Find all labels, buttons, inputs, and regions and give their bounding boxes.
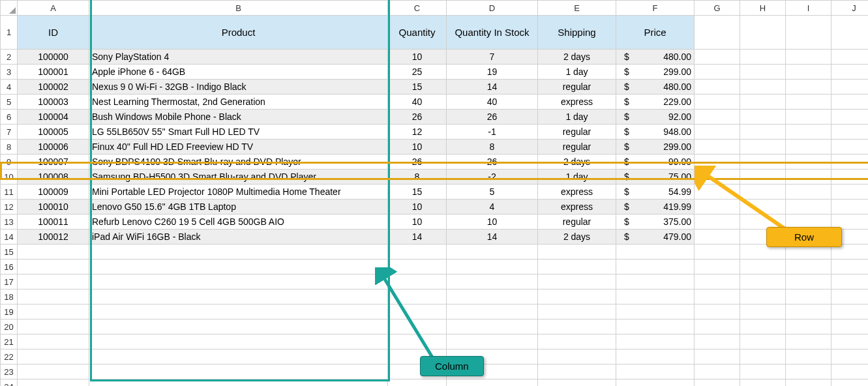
empty-cell[interactable]: [616, 379, 695, 387]
cell-price[interactable]: $419.99: [616, 200, 695, 215]
cell-shipping[interactable]: 2 days: [538, 155, 616, 170]
row-header[interactable]: 19: [1, 304, 18, 319]
empty-cell[interactable]: [695, 245, 740, 260]
empty-cell[interactable]: [695, 140, 740, 155]
col-header-C[interactable]: C: [388, 1, 447, 16]
empty-cell[interactable]: [740, 185, 786, 200]
cell-stock[interactable]: 5: [447, 185, 538, 200]
empty-cell[interactable]: [18, 304, 89, 319]
empty-cell[interactable]: [831, 364, 869, 379]
empty-cell[interactable]: [831, 275, 869, 290]
empty-cell[interactable]: [740, 65, 786, 80]
cell-product[interactable]: iPad Air WiFi 16GB - Black: [89, 230, 388, 245]
row-header[interactable]: 22: [1, 349, 18, 364]
cell-stock[interactable]: 4: [447, 200, 538, 215]
empty-cell[interactable]: [740, 319, 786, 334]
empty-cell[interactable]: [538, 349, 616, 364]
data-header-cell[interactable]: ID: [18, 16, 89, 50]
empty-cell[interactable]: [786, 349, 831, 364]
empty-cell[interactable]: [89, 319, 388, 334]
row-header[interactable]: 2: [1, 50, 18, 65]
empty-cell[interactable]: [89, 304, 388, 319]
empty-cell[interactable]: [447, 275, 538, 290]
cell-stock[interactable]: -1: [447, 125, 538, 140]
empty-cell[interactable]: [695, 95, 740, 110]
cell-product[interactable]: Finux 40'' Full HD LED Freeview HD TV: [89, 140, 388, 155]
col-header-B[interactable]: B: [89, 1, 388, 16]
cell-product[interactable]: Mini Portable LED Projector 1080P Multim…: [89, 185, 388, 200]
empty-cell[interactable]: [538, 290, 616, 304]
empty-cell[interactable]: [831, 185, 869, 200]
empty-cell[interactable]: [447, 304, 538, 319]
empty-cell[interactable]: [695, 155, 740, 170]
empty-cell[interactable]: [740, 50, 786, 65]
cell-stock[interactable]: 7: [447, 50, 538, 65]
row-header[interactable]: 10: [1, 170, 18, 185]
empty-cell[interactable]: [89, 364, 388, 379]
empty-cell[interactable]: [18, 349, 89, 364]
cell-quantity[interactable]: 26: [388, 110, 447, 125]
cell-quantity[interactable]: 15: [388, 80, 447, 95]
empty-cell[interactable]: [538, 275, 616, 290]
cell-shipping[interactable]: express: [538, 95, 616, 110]
cell-stock[interactable]: 26: [447, 155, 538, 170]
row-header[interactable]: 12: [1, 200, 18, 215]
empty-cell[interactable]: [538, 364, 616, 379]
select-all-corner[interactable]: [1, 1, 18, 16]
empty-cell[interactable]: [786, 290, 831, 304]
empty-cell[interactable]: [616, 319, 695, 334]
empty-cell[interactable]: [740, 275, 786, 290]
cell-shipping[interactable]: 1 day: [538, 170, 616, 185]
cell-stock[interactable]: 8: [447, 140, 538, 155]
row-header[interactable]: 20: [1, 319, 18, 334]
cell-id[interactable]: 100011: [18, 215, 89, 230]
cell-shipping[interactable]: 2 days: [538, 50, 616, 65]
empty-cell[interactable]: [831, 379, 869, 387]
cell-product[interactable]: Samsung BD-H5500 3D Smart Blu-ray and DV…: [89, 170, 388, 185]
row-header[interactable]: 9: [1, 155, 18, 170]
empty-cell[interactable]: [786, 304, 831, 319]
row-header[interactable]: 6: [1, 110, 18, 125]
empty-cell[interactable]: [616, 260, 695, 275]
row-header[interactable]: 18: [1, 290, 18, 304]
empty-cell[interactable]: [831, 260, 869, 275]
col-header-I[interactable]: I: [786, 1, 831, 16]
col-header-F[interactable]: F: [616, 1, 695, 16]
cell-price[interactable]: $99.00: [616, 155, 695, 170]
cell-price[interactable]: $92.00: [616, 110, 695, 125]
cell-shipping[interactable]: 2 days: [538, 230, 616, 245]
empty-cell[interactable]: [18, 379, 89, 387]
empty-cell[interactable]: [616, 334, 695, 349]
cell-quantity[interactable]: 10: [388, 200, 447, 215]
empty-cell[interactable]: [616, 364, 695, 379]
empty-cell[interactable]: [740, 364, 786, 379]
cell-product[interactable]: LG 55LB650V 55'' Smart Full HD LED TV: [89, 125, 388, 140]
col-header-A[interactable]: A: [18, 1, 89, 16]
empty-cell[interactable]: [786, 125, 831, 140]
empty-cell[interactable]: [786, 260, 831, 275]
cell-quantity[interactable]: 8: [388, 170, 447, 185]
row-header[interactable]: 24: [1, 379, 18, 387]
empty-cell[interactable]: [831, 140, 869, 155]
empty-cell[interactable]: [695, 80, 740, 95]
empty-cell[interactable]: [695, 200, 740, 215]
row-header[interactable]: 15: [1, 245, 18, 260]
row-header[interactable]: 5: [1, 95, 18, 110]
data-header-cell[interactable]: Quantity In Stock: [447, 16, 538, 50]
empty-cell[interactable]: [786, 364, 831, 379]
data-header-cell[interactable]: Price: [616, 16, 695, 50]
empty-cell[interactable]: [388, 260, 447, 275]
empty-cell[interactable]: [831, 170, 869, 185]
cell-product[interactable]: Nexus 9 0 Wi-Fi - 32GB - Indigo Black: [89, 80, 388, 95]
spreadsheet-grid[interactable]: A B C D E F G H I J 1IDProductQuantityQu…: [0, 0, 868, 386]
cell-id[interactable]: 100005: [18, 125, 89, 140]
cell-quantity[interactable]: 14: [388, 230, 447, 245]
empty-cell[interactable]: [786, 275, 831, 290]
cell-stock[interactable]: 19: [447, 65, 538, 80]
row-header[interactable]: 23: [1, 364, 18, 379]
cell-quantity[interactable]: 12: [388, 125, 447, 140]
cell-price[interactable]: $54.99: [616, 185, 695, 200]
empty-cell[interactable]: [89, 349, 388, 364]
empty-cell[interactable]: [695, 349, 740, 364]
empty-cell[interactable]: [740, 334, 786, 349]
